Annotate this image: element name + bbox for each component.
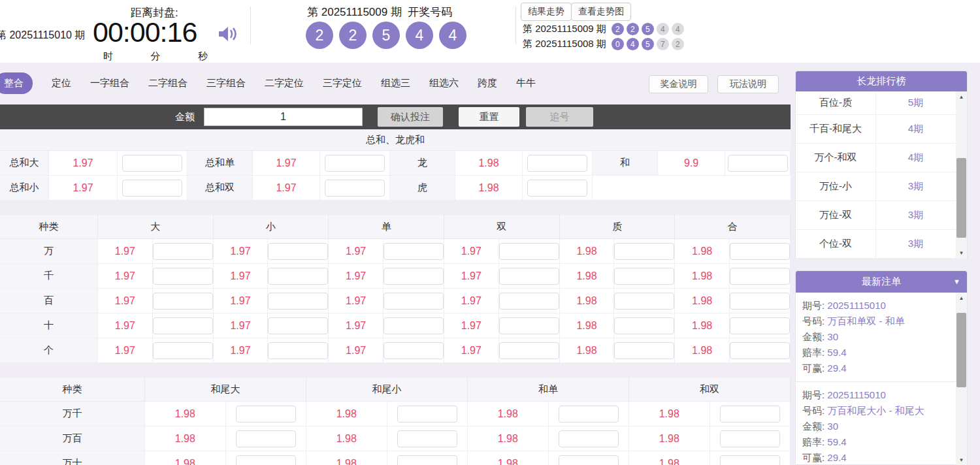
bet-amount-input[interactable] (499, 342, 559, 359)
bet-amount-input[interactable] (268, 243, 328, 260)
tab-yizi-zuhe[interactable]: 一字组合 (90, 77, 129, 89)
odds-value[interactable]: 1.97 (329, 239, 384, 264)
bet-amount-input[interactable] (153, 342, 213, 359)
bet-amount-input[interactable] (559, 406, 619, 423)
odds-value[interactable]: 1.98 (455, 151, 523, 176)
collapse-caret-icon[interactable]: ▼ (953, 278, 960, 285)
bet-amount-input[interactable] (559, 430, 619, 447)
odds-value[interactable]: 1.97 (214, 338, 269, 363)
odds-value[interactable]: 1.98 (675, 264, 730, 289)
odds-value[interactable]: 1.97 (329, 264, 384, 289)
bet-amount-input[interactable] (153, 317, 213, 334)
bet-amount-input[interactable] (397, 430, 457, 447)
odds-value[interactable]: 1.97 (444, 239, 499, 264)
odds-value[interactable]: 1.98 (629, 426, 710, 451)
odds-value[interactable]: 1.98 (675, 313, 730, 338)
bet-amount-input[interactable] (122, 180, 182, 197)
odds-value[interactable]: 1.97 (253, 176, 320, 200)
odds-value[interactable]: 1.97 (444, 289, 499, 313)
bet-amount-input[interactable] (614, 293, 674, 310)
odds-value[interactable]: 1.98 (560, 264, 615, 289)
bet-amount-input[interactable] (384, 268, 444, 285)
odds-value[interactable]: 1.98 (675, 289, 730, 313)
odds-value[interactable]: 1.98 (675, 338, 730, 363)
bet-amount-input[interactable] (730, 243, 790, 260)
amount-input[interactable] (204, 108, 363, 126)
odds-value[interactable]: 1.98 (468, 426, 549, 451)
bet-amount-input[interactable] (236, 430, 296, 447)
odds-value[interactable]: 1.98 (560, 338, 615, 363)
tab-dingwei[interactable]: 定位 (52, 77, 71, 89)
odds-value[interactable]: 1.98 (560, 313, 615, 338)
rank-row[interactable]: 万个-和双 4期 (796, 144, 967, 172)
bet-amount-input[interactable] (614, 243, 674, 260)
odds-value[interactable]: 1.97 (98, 313, 153, 338)
bet-amount-input[interactable] (325, 180, 385, 197)
bet-amount-input[interactable] (730, 293, 790, 310)
bet-amount-input[interactable] (325, 155, 385, 172)
odds-value[interactable]: 1.98 (306, 451, 387, 465)
rank-row[interactable]: 个位-双 3期 (796, 230, 967, 259)
odds-value[interactable]: 1.98 (675, 239, 730, 264)
odds-value[interactable]: 1.97 (444, 264, 499, 289)
bet-amount-input[interactable] (384, 342, 444, 359)
confirm-bet-button[interactable]: 确认投注 (378, 107, 443, 127)
odds-value[interactable]: 1.98 (560, 289, 615, 313)
tab-zhenghe[interactable]: 整合 (0, 72, 33, 94)
bet-amount-input[interactable] (527, 180, 587, 197)
bet-amount-input[interactable] (730, 268, 790, 285)
odds-value[interactable]: 1.97 (329, 289, 384, 313)
odds-value[interactable]: 1.98 (145, 426, 226, 451)
tab-zuxuan-san[interactable]: 组选三 (381, 77, 410, 89)
bets-scrollbar[interactable]: ▲ ▼ (956, 293, 967, 465)
bet-amount-input[interactable] (268, 317, 328, 334)
tab-zuxuan-liu[interactable]: 组选六 (429, 77, 459, 89)
scroll-up-icon[interactable]: ▲ (956, 293, 967, 304)
rules-info-button[interactable]: 玩法说明 (717, 75, 779, 93)
bet-amount-input[interactable] (236, 455, 296, 465)
odds-value[interactable]: 1.98 (468, 451, 549, 465)
scroll-down-icon[interactable]: ▼ (956, 248, 967, 259)
tab-kuadu[interactable]: 跨度 (478, 77, 497, 89)
odds-value[interactable]: 1.97 (98, 289, 153, 313)
odds-value[interactable]: 1.97 (253, 151, 320, 176)
tab-sanzi-zuhe[interactable]: 三字组合 (206, 77, 246, 89)
bet-amount-input[interactable] (397, 406, 457, 423)
odds-value[interactable]: 1.97 (329, 338, 384, 363)
odds-value[interactable]: 1.97 (49, 176, 118, 200)
bet-amount-input[interactable] (720, 406, 780, 423)
scroll-down-icon[interactable]: ▼ (956, 455, 967, 465)
bet-amount-input[interactable] (720, 430, 780, 447)
bet-amount-input[interactable] (268, 268, 328, 285)
view-chart-button[interactable]: 查看走势图 (571, 3, 631, 21)
tab-erzi-zuhe[interactable]: 二字组合 (148, 77, 188, 89)
prize-info-button[interactable]: 奖金说明 (649, 75, 708, 93)
odds-value[interactable]: 1.97 (98, 338, 153, 363)
rank-row[interactable]: 千百-和尾大 4期 (796, 115, 967, 144)
chase-number-button[interactable]: 追号 (526, 107, 593, 127)
odds-value[interactable]: 1.98 (629, 451, 710, 465)
bet-amount-input[interactable] (397, 455, 457, 465)
scroll-thumb[interactable] (956, 158, 966, 238)
scroll-thumb[interactable] (956, 313, 966, 387)
result-trend-button[interactable]: 结果走势 (521, 3, 572, 21)
odds-value[interactable]: 9.9 (658, 151, 725, 176)
odds-value[interactable]: 1.97 (214, 313, 269, 338)
odds-value[interactable]: 1.98 (560, 239, 615, 264)
bet-amount-input[interactable] (730, 317, 790, 334)
bet-amount-input[interactable] (730, 342, 790, 359)
bet-amount-input[interactable] (728, 155, 788, 172)
scroll-up-icon[interactable]: ▲ (956, 91, 967, 103)
odds-value[interactable]: 1.97 (49, 151, 118, 176)
bet-amount-input[interactable] (268, 293, 328, 310)
odds-value[interactable]: 1.98 (306, 402, 387, 426)
bet-amount-input[interactable] (614, 317, 674, 334)
tab-erzi-dingwei[interactable]: 二字定位 (265, 77, 304, 89)
reset-button[interactable]: 重置 (459, 107, 519, 127)
odds-value[interactable]: 1.97 (329, 313, 384, 338)
rank-row[interactable]: 万位-双 3期 (796, 201, 967, 230)
rank-row[interactable]: 百位-质 5期 (796, 91, 967, 115)
tab-niuniu[interactable]: 牛牛 (516, 77, 536, 89)
bet-amount-input[interactable] (268, 342, 328, 359)
tab-sanzi-dingwei[interactable]: 三字定位 (323, 77, 362, 89)
